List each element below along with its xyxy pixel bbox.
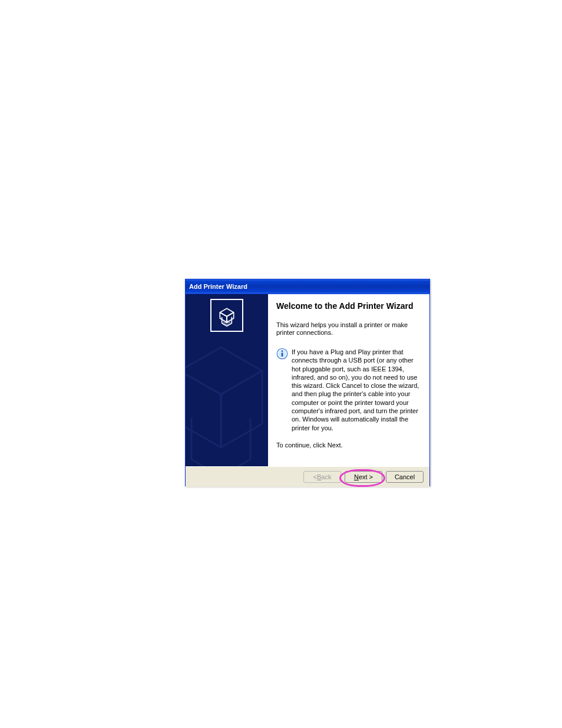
dialog-footer: < Back Next > Cancel	[186, 466, 429, 487]
info-row: If you have a Plug and Play printer that…	[276, 348, 421, 432]
sidebar-background-graphic	[186, 335, 268, 466]
back-accesskey: B	[317, 474, 321, 480]
continue-text: To continue, click Next.	[276, 442, 421, 450]
svg-point-2	[282, 350, 283, 352]
cancel-button[interactable]: Cancel	[386, 471, 424, 483]
info-text: If you have a Plug and Play printer that…	[292, 348, 421, 432]
next-accesskey: N	[354, 474, 359, 480]
wizard-sidebar	[186, 294, 268, 466]
dialog-body: Welcome to the Add Printer Wizard This w…	[186, 294, 429, 466]
info-icon	[276, 348, 288, 432]
wizard-heading: Welcome to the Add Printer Wizard	[276, 301, 421, 312]
back-button: < Back	[303, 471, 341, 483]
wizard-content: Welcome to the Add Printer Wizard This w…	[268, 294, 429, 466]
titlebar-text: Add Printer Wizard	[189, 283, 247, 290]
wizard-intro-text: This wizard helps you install a printer …	[276, 321, 421, 338]
titlebar[interactable]: Add Printer Wizard	[186, 279, 429, 294]
svg-rect-3	[282, 353, 283, 357]
printer-icon	[210, 299, 243, 332]
next-button[interactable]: Next >	[345, 471, 382, 483]
add-printer-wizard-dialog: Add Printer Wizard	[185, 279, 430, 486]
